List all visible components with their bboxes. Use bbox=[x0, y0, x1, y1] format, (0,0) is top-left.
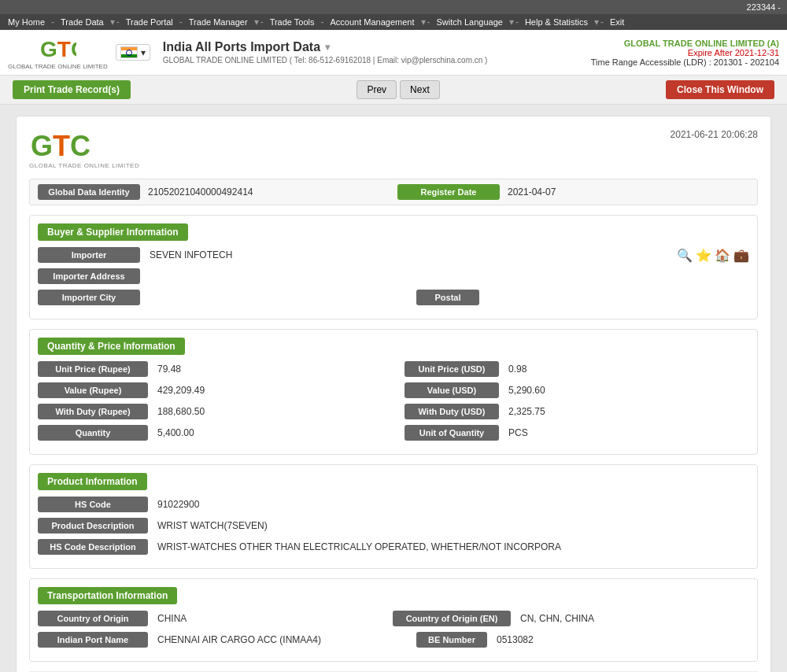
unit-of-quantity-label: Unit of Quantity bbox=[405, 425, 499, 441]
time-range: Time Range Accessible (LDR) : 201301 - 2… bbox=[591, 57, 779, 67]
company-name: GLOBAL TRADE ONLINE LIMITED (A) bbox=[591, 39, 779, 48]
quantity-row: Quantity 5,400.00 Unit of Quantity PCS bbox=[38, 425, 749, 441]
nav-bar: My Home - Trade Data ▾ - Trade Portal - … bbox=[0, 14, 787, 30]
quantity-price-box: Quantity & Price Information Unit Price … bbox=[29, 329, 758, 455]
header-title-area: India All Ports Import Data ▾ GLOBAL TRA… bbox=[163, 40, 591, 65]
country-origin-value: CHINA bbox=[154, 611, 386, 626]
action-bar-top: Print Trade Record(s) Prev Next Close Th… bbox=[0, 76, 787, 105]
unit-price-rupee-value: 79.48 bbox=[154, 362, 398, 376]
value-rupee-label: Value (Rupee) bbox=[38, 382, 148, 398]
home-icon[interactable]: 🏠 bbox=[715, 248, 730, 263]
register-date-label: Register Date bbox=[397, 184, 500, 200]
next-button-top[interactable]: Next bbox=[400, 80, 440, 99]
with-duty-usd-label: With Duty (USD) bbox=[405, 404, 499, 419]
card-logo-subtitle: GLOBAL TRADE ONLINE LIMITED bbox=[29, 162, 139, 169]
global-data-identity-label: Global Data Identity bbox=[38, 184, 140, 200]
unit-of-quantity-value: PCS bbox=[505, 426, 749, 440]
importer-address-value bbox=[146, 275, 749, 278]
hs-code-desc-row: HS Code Description WRIST-WATCHES OTHER … bbox=[38, 539, 749, 555]
unit-price-usd-label: Unit Price (USD) bbox=[405, 361, 499, 377]
nav-my-home[interactable]: My Home bbox=[3, 16, 50, 28]
unit-price-usd-value: 0.98 bbox=[505, 362, 749, 376]
hs-code-value: 91022900 bbox=[154, 497, 749, 511]
importer-address-label: Importer Address bbox=[38, 268, 140, 284]
hs-code-desc-label: HS Code Description bbox=[38, 539, 148, 555]
logo-icon: GTC bbox=[39, 35, 76, 63]
print-button-top[interactable]: Print Trade Record(s) bbox=[13, 80, 131, 99]
briefcase-icon[interactable]: 💼 bbox=[733, 248, 749, 263]
country-origin-label: Country of Origin bbox=[38, 611, 148, 626]
importer-city-value bbox=[146, 296, 410, 299]
main-content: GTC GLOBAL TRADE ONLINE LIMITED 2021-06-… bbox=[0, 105, 787, 672]
quantity-label: Quantity bbox=[38, 425, 148, 441]
product-desc-row: Product Description WRIST WATCH(7SEVEN) bbox=[38, 518, 749, 534]
title-dropdown-icon[interactable]: ▾ bbox=[325, 42, 330, 53]
importer-row: Importer SEVEN INFOTECH 🔍 ⭐ 🏠 💼 bbox=[38, 247, 749, 263]
nav-trade-portal[interactable]: Trade Portal bbox=[121, 16, 178, 28]
nav-trade-tools[interactable]: Trade Tools bbox=[265, 16, 320, 28]
importer-label: Importer bbox=[38, 247, 140, 263]
nav-help-statistics[interactable]: Help & Statistics bbox=[520, 16, 593, 28]
svg-text:GTC: GTC bbox=[31, 130, 91, 162]
global-data-identity-row: Global Data Identity 2105202104000049241… bbox=[29, 179, 758, 205]
global-data-identity-value: 21052021040000492414 bbox=[148, 186, 390, 198]
svg-text:GTC: GTC bbox=[40, 37, 76, 61]
postal-value bbox=[486, 296, 749, 299]
card-logo-text: GTC GLOBAL TRADE ONLINE LIMITED bbox=[29, 129, 139, 169]
with-duty-usd-value: 2,325.75 bbox=[505, 404, 749, 419]
be-number-value: 0513082 bbox=[493, 633, 749, 647]
country-origin-en-value: CN, CHN, CHINA bbox=[517, 611, 749, 626]
product-section: Product Information HS Code 91022900 Pro… bbox=[29, 464, 758, 569]
flag-selector[interactable]: ▾ bbox=[116, 44, 150, 61]
product-desc-value: WRIST WATCH(7SEVEN) bbox=[154, 519, 749, 533]
card-logo-icon: GTC bbox=[29, 129, 92, 162]
importer-city-label: Importer City bbox=[38, 290, 140, 305]
expire-date: Expire After 2021-12-31 bbox=[591, 48, 779, 57]
nav-trade-data[interactable]: Trade Data bbox=[56, 16, 109, 28]
buyer-supplier-box: Buyer & Supplier Information Importer SE… bbox=[29, 215, 758, 319]
with-duty-row: With Duty (Rupee) 188,680.50 With Duty (… bbox=[38, 404, 749, 419]
transportation-title: Transportation Information bbox=[38, 587, 177, 604]
india-flag bbox=[120, 46, 138, 58]
card-timestamp: 2021-06-21 20:06:28 bbox=[671, 129, 758, 140]
page-title: India All Ports Import Data ▾ bbox=[163, 40, 591, 54]
record-card: GTC GLOBAL TRADE ONLINE LIMITED 2021-06-… bbox=[16, 116, 771, 672]
hs-code-desc-value: WRIST-WATCHES OTHER THAN ELECTRICALLY OP… bbox=[154, 540, 749, 554]
transportation-box: Transportation Information Country of Or… bbox=[29, 578, 758, 662]
close-button-top[interactable]: Close This Window bbox=[666, 80, 774, 99]
postal-label: Postal bbox=[416, 290, 479, 305]
flag-dropdown-icon: ▾ bbox=[141, 47, 146, 58]
prev-button-top[interactable]: Prev bbox=[357, 80, 397, 99]
quantity-price-section: Quantity & Price Information Unit Price … bbox=[29, 329, 758, 455]
indian-port-row: Indian Port Name CHENNAI AIR CARGO ACC (… bbox=[38, 632, 749, 648]
importer-address-row: Importer Address bbox=[38, 268, 749, 284]
importer-city-row: Importer City Postal bbox=[38, 290, 749, 305]
buyer-supplier-title: Buyer & Supplier Information bbox=[38, 223, 188, 241]
nav-switch-language[interactable]: Switch Language bbox=[432, 16, 508, 28]
nav-exit[interactable]: Exit bbox=[605, 16, 629, 28]
card-header: GTC GLOBAL TRADE ONLINE LIMITED 2021-06-… bbox=[29, 129, 758, 169]
nav-account-management[interactable]: Account Management bbox=[326, 16, 419, 28]
search-icon[interactable]: 🔍 bbox=[677, 248, 693, 263]
header-subtitle: GLOBAL TRADE ONLINE LIMITED ( Tel: 86-51… bbox=[163, 56, 591, 65]
value-usd-value: 5,290.60 bbox=[505, 383, 749, 397]
nav-trade-manager[interactable]: Trade Manager bbox=[184, 16, 253, 28]
product-desc-label: Product Description bbox=[38, 518, 148, 534]
transportation-section: Transportation Information Country of Or… bbox=[29, 578, 758, 662]
be-number-label: BE Number bbox=[416, 632, 487, 648]
value-usd-label: Value (USD) bbox=[405, 382, 499, 398]
importer-value: SEVEN INFOTECH bbox=[146, 248, 671, 262]
value-row: Value (Rupee) 429,209.49 Value (USD) 5,2… bbox=[38, 382, 749, 398]
country-origin-row: Country of Origin CHINA Country of Origi… bbox=[38, 611, 749, 626]
card-logo: GTC GLOBAL TRADE ONLINE LIMITED bbox=[29, 129, 139, 169]
importer-icons: 🔍 ⭐ 🏠 💼 bbox=[677, 248, 749, 263]
with-duty-rupee-label: With Duty (Rupee) bbox=[38, 404, 148, 419]
account-number: 223344 - bbox=[747, 2, 781, 12]
quantity-value: 5,400.00 bbox=[154, 426, 398, 440]
product-box: Product Information HS Code 91022900 Pro… bbox=[29, 464, 758, 569]
indian-port-value: CHENNAI AIR CARGO ACC (INMAA4) bbox=[154, 633, 410, 647]
logo: GTC GLOBAL TRADE ONLINE LIMITED bbox=[8, 35, 108, 70]
product-title: Product Information bbox=[38, 473, 147, 490]
star-icon[interactable]: ⭐ bbox=[696, 248, 711, 263]
country-origin-en-label: Country of Origin (EN) bbox=[393, 611, 511, 626]
